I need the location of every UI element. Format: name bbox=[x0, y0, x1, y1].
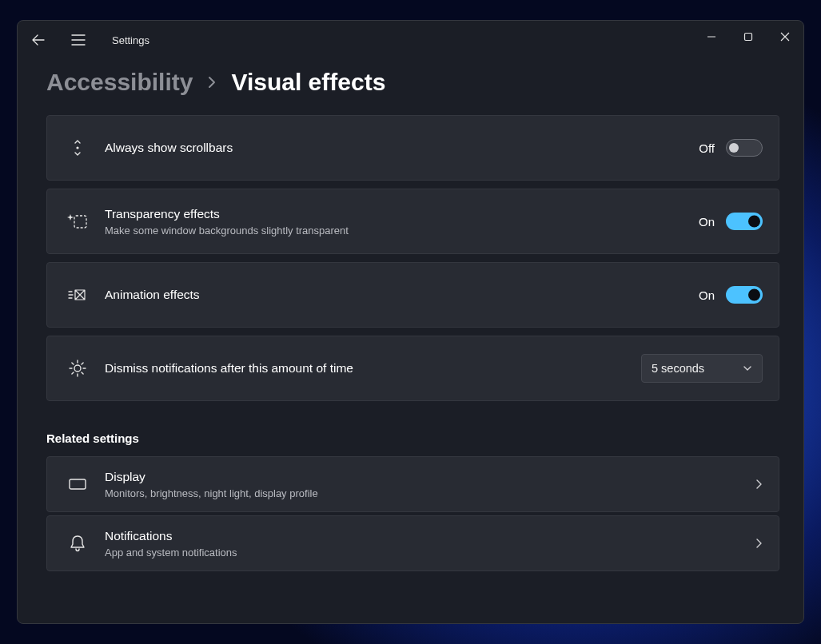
setting-subtitle: Make some window backgrounds slightly tr… bbox=[105, 225, 699, 237]
breadcrumb: Accessibility Visual effects bbox=[46, 69, 779, 96]
setting-title: Dismiss notifications after this amount … bbox=[105, 360, 641, 377]
arrow-left-icon bbox=[32, 34, 45, 46]
related-notifications[interactable]: Notifications App and system notificatio… bbox=[46, 515, 779, 571]
toggle-state-label: On bbox=[699, 215, 715, 229]
toggle-state-label: On bbox=[699, 288, 715, 302]
chevron-right-icon bbox=[207, 76, 217, 89]
app-title: Settings bbox=[112, 34, 149, 46]
setting-title: Transparency effects bbox=[105, 206, 699, 223]
breadcrumb-parent[interactable]: Accessibility bbox=[46, 69, 193, 96]
sparkle-window-icon bbox=[63, 213, 92, 230]
settings-window: Settings Accessibility Visual effects bbox=[17, 20, 804, 624]
dismiss-time-dropdown[interactable]: 5 seconds bbox=[641, 354, 763, 383]
chevron-down-icon bbox=[743, 365, 752, 372]
chevron-right-icon bbox=[755, 479, 763, 490]
related-settings-heading: Related settings bbox=[46, 431, 779, 445]
animation-icon bbox=[63, 287, 92, 303]
svg-rect-4 bbox=[70, 479, 86, 489]
maximize-icon bbox=[743, 32, 753, 42]
svg-rect-2 bbox=[74, 216, 86, 228]
minimize-icon bbox=[707, 32, 716, 42]
dropdown-value: 5 seconds bbox=[652, 362, 704, 375]
setting-title: Always show scrollbars bbox=[105, 140, 699, 157]
setting-transparency[interactable]: Transparency effects Make some window ba… bbox=[46, 189, 779, 254]
nav-menu-button[interactable] bbox=[66, 27, 91, 53]
hamburger-icon bbox=[71, 34, 86, 46]
bell-icon bbox=[63, 535, 92, 552]
back-button[interactable] bbox=[26, 27, 51, 53]
monitor-icon bbox=[63, 477, 92, 491]
related-title: Notifications bbox=[105, 528, 755, 545]
svg-point-1 bbox=[76, 146, 78, 149]
close-icon bbox=[780, 32, 790, 42]
svg-rect-0 bbox=[745, 34, 752, 41]
setting-dismiss-notifications[interactable]: Dismiss notifications after this amount … bbox=[46, 336, 779, 401]
related-title: Display bbox=[105, 469, 755, 486]
svg-point-3 bbox=[74, 365, 81, 372]
toggle-state-label: Off bbox=[699, 141, 715, 155]
setting-title: Animation effects bbox=[105, 287, 699, 304]
minimize-button[interactable] bbox=[693, 21, 730, 53]
setting-scrollbars[interactable]: Always show scrollbars Off bbox=[46, 115, 779, 181]
related-subtitle: App and system notifications bbox=[105, 547, 755, 559]
scrollbars-toggle[interactable] bbox=[726, 139, 763, 157]
chevron-right-icon bbox=[755, 538, 763, 549]
related-subtitle: Monitors, brightness, night light, displ… bbox=[105, 487, 755, 499]
close-button[interactable] bbox=[767, 21, 803, 53]
transparency-toggle[interactable] bbox=[726, 213, 763, 230]
titlebar: Settings bbox=[18, 21, 803, 59]
scrollbar-icon bbox=[63, 138, 92, 157]
brightness-icon bbox=[63, 359, 92, 378]
maximize-button[interactable] bbox=[730, 21, 767, 53]
page-title: Visual effects bbox=[231, 69, 385, 96]
related-display[interactable]: Display Monitors, brightness, night ligh… bbox=[46, 456, 779, 512]
setting-animation[interactable]: Animation effects On bbox=[46, 262, 779, 328]
animation-toggle[interactable] bbox=[726, 286, 763, 304]
